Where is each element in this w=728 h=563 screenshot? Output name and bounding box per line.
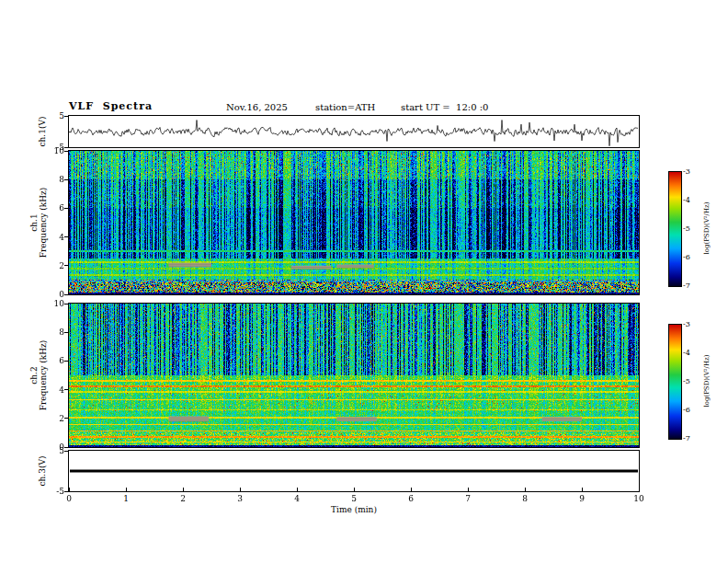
- spec1-y-tick-mark: [64, 236, 68, 237]
- vlf-spectra-figure: VLF Spectra Nov.16, 2025 station=ATH sta…: [0, 0, 728, 563]
- plot-title: VLF Spectra: [69, 100, 153, 112]
- time-tick-mark: [126, 488, 127, 491]
- spec1-y-tick-label: 4: [46, 233, 64, 242]
- start-ut-label: start UT = 12:0 :0: [401, 102, 488, 112]
- ch3-waveform-canvas: [69, 451, 639, 491]
- time-tick-label: 6: [402, 494, 420, 503]
- colorbar-tick-label: -4: [683, 349, 690, 357]
- ch3-waveform-panel: [68, 450, 640, 492]
- spec2-y-tick-mark: [64, 418, 68, 419]
- time-tick-mark: [69, 488, 70, 491]
- colorbar-tick-label: -5: [683, 224, 690, 233]
- colorbar-tick-label: -5: [683, 377, 690, 385]
- ch1-waveform-panel: [68, 115, 640, 148]
- spec1-y-tick-mark: [64, 265, 68, 266]
- ch3v-y-tick-mark: [64, 491, 68, 492]
- time-tick-label: 10: [630, 494, 648, 503]
- time-tick-mark: [354, 488, 355, 491]
- colorbar-2-label: log(PSD)(V²/Hz): [702, 355, 711, 408]
- ch1v-y-tick-label: 5: [46, 111, 64, 121]
- time-tick-mark: [639, 488, 640, 491]
- colorbar-tick-label: -3: [683, 167, 690, 176]
- station-label: station=ATH: [315, 102, 375, 112]
- spec2-y-tick-mark: [64, 389, 68, 390]
- time-tick-mark: [297, 488, 298, 491]
- colorbar-tick-label: -4: [683, 196, 690, 204]
- spec2-y-tick-label: 6: [46, 356, 64, 365]
- time-tick-mark: [240, 488, 241, 491]
- spec2-y-tick-mark: [64, 447, 68, 448]
- ch2-spectrogram-panel: [68, 303, 640, 448]
- ch3-voltage-axis-label: ch.3(V): [38, 456, 47, 487]
- spec1-y-axis-label: ch.1 Frequency (kHz): [29, 188, 48, 259]
- spec2-y-tick-mark: [64, 332, 68, 333]
- ch2-spectrogram-canvas: [69, 304, 639, 447]
- spec1-y-tick-mark: [64, 208, 68, 209]
- time-tick-label: 9: [573, 494, 591, 503]
- time-tick-label: 2: [174, 494, 192, 503]
- spec1-y-tick-mark: [64, 179, 68, 180]
- colorbar-1: [668, 171, 682, 287]
- colorbar-tick-label: -7: [683, 282, 690, 290]
- time-tick-mark: [525, 488, 526, 491]
- spec1-y-tick-label: 10: [46, 146, 64, 155]
- time-tick-label: 1: [117, 494, 135, 503]
- ch1v-y-tick-mark: [64, 147, 68, 148]
- time-tick-mark: [468, 488, 469, 491]
- date-label: Nov.16, 2025: [226, 102, 288, 112]
- spec1-y-tick-label: 6: [46, 203, 64, 213]
- ch1v-y-tick-mark: [64, 116, 68, 117]
- ch1-spectrogram-panel: [68, 150, 640, 295]
- spec1-y-tick-label: 8: [46, 175, 64, 184]
- colorbar-tick-label: -6: [683, 406, 690, 414]
- spec1-channel-label: ch.1: [29, 188, 39, 259]
- time-tick-label: 7: [459, 494, 477, 503]
- spec2-channel-label: ch.2: [29, 340, 39, 411]
- colorbar-tick-label: -3: [683, 320, 690, 328]
- time-tick-mark: [582, 488, 583, 491]
- time-tick-mark: [183, 488, 184, 491]
- time-tick-label: 5: [345, 494, 363, 503]
- colorbar-1-label: log(PSD)(V²/Hz): [702, 202, 711, 255]
- time-tick-label: 3: [231, 494, 249, 503]
- spec2-y-tick-label: 4: [46, 385, 64, 395]
- colorbar-tick-label: -6: [683, 253, 690, 261]
- colorbar-tick-label: -7: [683, 434, 690, 442]
- spec2-y-axis-label: ch.2 Frequency (kHz): [29, 340, 48, 411]
- time-axis-label: Time (min): [69, 505, 639, 514]
- spec1-y-tick-label: 2: [46, 261, 64, 270]
- spec2-frequency-label: Frequency (kHz): [39, 340, 48, 411]
- ch1-spectrogram-canvas: [69, 151, 639, 294]
- spec2-y-tick-label: 2: [46, 414, 64, 423]
- spec2-y-tick-mark: [64, 361, 68, 362]
- spec2-y-tick-label: 10: [46, 299, 64, 308]
- time-tick-label: 4: [288, 494, 306, 503]
- time-tick-label: 8: [516, 494, 534, 503]
- spec1-y-tick-label: 0: [46, 290, 64, 299]
- spec2-y-tick-label: 8: [46, 327, 64, 337]
- ch3v-y-tick-label: 5: [46, 446, 64, 455]
- ch1-waveform-canvas: [69, 116, 639, 147]
- spec1-frequency-label: Frequency (kHz): [39, 188, 48, 259]
- time-tick-label: 0: [60, 494, 78, 503]
- colorbar-2: [668, 324, 682, 440]
- spec2-y-tick-mark: [64, 304, 68, 304]
- time-tick-mark: [411, 488, 412, 491]
- spec1-y-tick-mark: [64, 151, 68, 152]
- ch3v-y-tick-mark: [64, 451, 68, 452]
- spec1-y-tick-mark: [64, 294, 68, 295]
